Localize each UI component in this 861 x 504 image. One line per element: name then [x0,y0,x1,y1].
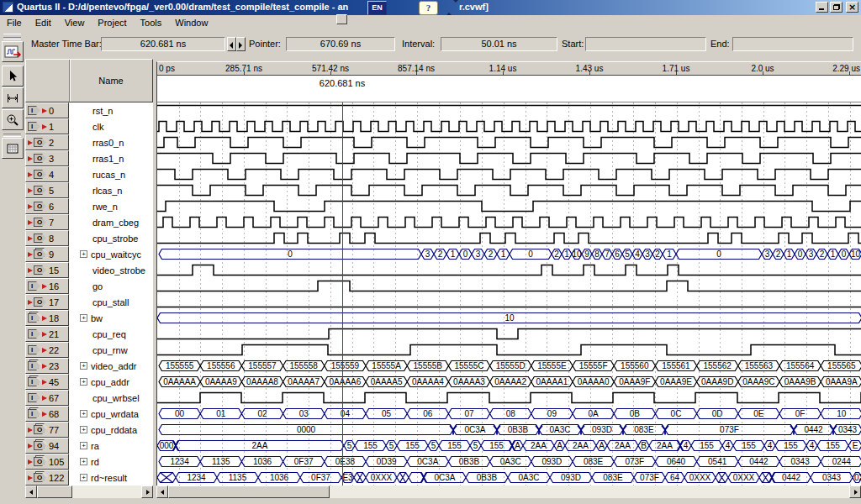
master-time-bar-strip[interactable]: 620.681 ns [156,76,861,102]
waveform-hscrollbar[interactable] [156,486,861,498]
restore-button[interactable] [830,2,843,13]
selection-tool-button[interactable] [2,66,24,87]
menu-window[interactable]: Window [168,15,214,28]
time-ruler[interactable]: 0 ps285.71 ns571.42 ns857.14 ns1.14 us1.… [156,61,861,76]
wave-row-rras1_n[interactable] [157,154,861,164]
time-bar-handle[interactable] [336,14,347,24]
signal-row-cpu_addr[interactable]: +cpu_addr [69,374,153,390]
signal-handle-video_strobe[interactable]: O15 [25,262,69,278]
signal-handle-bw[interactable]: I18 [25,310,69,326]
signal-panel-hscrollbar[interactable] [25,486,153,498]
wave-row-cpu_rddata[interactable]: 00000C3A0B3B0A3C093D083E073F04420343 [159,425,861,435]
signal-handle-ra[interactable]: O94 [25,438,69,454]
signal-row-cpu_wrdata[interactable]: +cpu_wrdata [69,406,153,422]
signal-handle-rst_n[interactable]: I0 [25,102,69,118]
close-button[interactable]: × [846,2,858,13]
end-field[interactable] [732,37,853,51]
start-field[interactable] [585,37,706,51]
menu-tools[interactable]: Tools [134,15,169,28]
signal-row-cpu_waitcyc[interactable]: +cpu_waitcyc [69,246,153,262]
scroll-right-button[interactable] [141,486,153,498]
signal-handle-cpu_req[interactable]: I21 [25,326,69,342]
signal-handle-rwe_n[interactable]: O6 [25,198,69,214]
wave-row-rlcas_n[interactable] [157,186,861,196]
scroll-left-button[interactable] [156,486,168,498]
master-time-next-button[interactable] [236,37,246,51]
expand-icon[interactable]: + [80,474,87,481]
expand-icon[interactable]: + [80,250,87,258]
signal-row-video_addr[interactable]: +video_addr [69,358,153,374]
wave-row-rras0_n[interactable] [157,138,861,148]
signal-row-ra[interactable]: +ra [69,438,153,454]
signal-row-rlcas_n[interactable]: rlcas_n [69,182,153,198]
zoom-tool-button[interactable] [2,109,24,130]
wave-row-go[interactable] [157,281,861,291]
wave-row-rwe_n[interactable] [157,202,861,212]
wave-row-rucas_n[interactable] [157,170,861,180]
wave-row-rd[interactable]: 1234113510360F370E380D390C3A0B3B0A3C093D… [159,457,861,467]
grid-view-button[interactable] [2,138,24,159]
waveform-canvas[interactable]: 0321032102110987654321032103210101015555… [157,102,861,486]
wave-row-cpu_wrdata[interactable]: 000102030405060708090A0B0C0D0E0F10 [159,409,861,419]
waveform-area[interactable]: 0321032102110987654321032103210101015555… [156,102,861,486]
langbar-options-icon[interactable] [446,3,453,13]
signal-row-rras0_n[interactable]: rras0_n [69,134,153,150]
scroll-thumb[interactable] [168,486,330,498]
waveform-editor-button[interactable] [2,41,24,62]
wave-row-dram_cbeg[interactable] [157,218,861,228]
wave-row-bw[interactable]: 10 [157,313,861,323]
scroll-right-button[interactable] [849,486,861,498]
signal-row-cpu_wrbsel[interactable]: cpu_wrbsel [69,390,153,406]
wave-row-cpu_wrbsel[interactable] [157,393,861,403]
signal-handle-rucas_n[interactable]: O4 [25,166,69,182]
wave-row-video_addr[interactable]: 15555515555615555715555815555915555A1555… [159,361,861,371]
signal-handle-cpu_wrbsel[interactable]: I67 [25,390,69,406]
signal-row-bw[interactable]: +bw [69,310,153,326]
wave-row-video_strobe[interactable] [157,265,861,276]
signal-handle-cpu_addr[interactable]: I45 [25,374,69,390]
signal-handle-go[interactable]: I16 [25,278,69,294]
wave-row-cpu_waitcyc[interactable]: 032103210211098765432103210321010 [159,249,861,260]
signal-row-rst_n[interactable]: rst_n [69,102,153,118]
wave-row-cpu_addr[interactable]: 0AAAAA0AAAA90AAAA80AAAA70AAAA60AAAA50AAA… [159,377,861,387]
signal-row-rras1_n[interactable]: rras1_n [69,150,153,166]
wave-row-cpu_req[interactable] [157,329,861,339]
signal-handle-cpu_waitcyc[interactable]: O9 [25,246,69,262]
signal-row-video_strobe[interactable]: video_strobe [69,262,153,278]
signal-handle-cpu_stall[interactable]: O17 [25,294,69,310]
expand-icon[interactable]: + [80,362,87,370]
signal-row-cpu_rddata[interactable]: +cpu_rddata [69,422,153,438]
signal-handle-rlcas_n[interactable]: O5 [25,182,69,198]
signal-handle-video_addr[interactable]: I23 [25,358,69,374]
expand-icon[interactable]: + [80,378,87,386]
menu-edit[interactable]: Edit [29,15,58,28]
menu-file[interactable]: File [0,15,29,28]
wave-row-cpu_rnw[interactable] [157,345,861,355]
expand-icon[interactable]: + [80,442,87,449]
signal-row-clk[interactable]: clk [69,118,153,134]
master-time-prev-button[interactable] [227,37,236,51]
signal-row-rd[interactable]: +rd [69,454,153,470]
expand-icon[interactable]: + [80,458,87,465]
signal-row-cpu_req[interactable]: cpu_req [69,326,153,342]
expand-icon[interactable]: + [80,426,87,433]
menu-view[interactable]: View [58,15,92,28]
signal-handle-clk[interactable]: I1 [25,118,69,134]
signal-row-rwe_n[interactable]: rwe_n [69,198,153,214]
signal-handle-rras1_n[interactable]: O3 [25,150,69,166]
help-balloon-icon[interactable]: ? [419,1,438,15]
signal-row-dram_cbeg[interactable]: dram_cbeg [69,214,153,230]
signal-row-cpu_stall[interactable]: cpu_stall [69,294,153,310]
expand-icon[interactable]: + [80,314,87,322]
wave-row-rd~result[interactable]: 1234113510360F37E30XXX0C3A0B3B0A3C093D08… [157,473,861,483]
signal-handle-dram_cbeg[interactable]: O7 [25,214,69,230]
signal-handle-cpu_rnw[interactable]: I22 [25,342,69,358]
minimize-button[interactable] [816,2,828,13]
signal-row-rd~result[interactable]: +rd~result [69,470,153,486]
menu-project[interactable]: Project [91,15,133,28]
expand-icon[interactable]: + [80,410,87,417]
signal-handle-cpu_strobe[interactable]: O8 [25,230,69,246]
signal-handle-cpu_rddata[interactable]: O77 [25,422,69,438]
wave-row-ra[interactable]: 0002AA5155515551555155A2AAA2AAA2AAB2AA41… [157,441,861,451]
signal-handle-cpu_wrdata[interactable]: I68 [25,406,69,422]
